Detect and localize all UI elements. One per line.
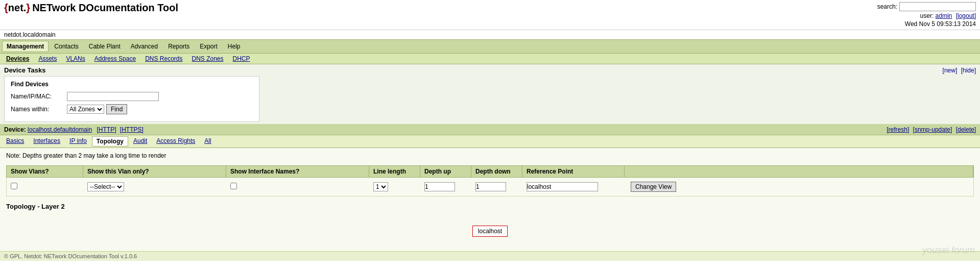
change-view-button[interactable]: Change View	[631, 182, 676, 192]
topology-diagram: localhost	[6, 215, 974, 247]
name-ip-mac-row: Name/IP/MAC:	[11, 92, 253, 101]
device-tab-access-rights[interactable]: Access Rights	[152, 136, 199, 146]
logo-area: {net.} NETwork DOcumentation Tool	[4, 2, 178, 14]
search-input[interactable]	[899, 2, 976, 11]
sub-nav-bar: DevicesAssetsVLANsAddress SpaceDNS Recor…	[0, 54, 980, 64]
col-header-depth-up: Depth up	[420, 166, 471, 177]
show-iface-checkbox[interactable]	[230, 183, 237, 189]
user-area: search: user: admin [logout] Wed Nov 5 0…	[877, 2, 976, 28]
nav-item-contacts[interactable]: Contacts	[50, 41, 83, 52]
topo-controls-header: Show Vlans? Show this Vlan only? Show In…	[6, 165, 974, 178]
sub-nav-item-assets[interactable]: Assets	[34, 54, 61, 63]
logo-bracket-left: {	[4, 2, 8, 13]
name-ip-mac-label: Name/IP/MAC:	[11, 93, 67, 100]
user-name-link[interactable]: admin	[936, 12, 952, 19]
show-vlan-only-select[interactable]: --Select--	[87, 182, 124, 191]
depth-down-cell	[471, 180, 522, 193]
header: {net.} NETwork DOcumentation Tool search…	[0, 0, 980, 30]
device-info: Device: localhost.defaultdomain [HTTP] […	[4, 126, 144, 133]
device-name-link[interactable]: localhost.defaultdomain	[28, 126, 92, 133]
search-row: search:	[877, 2, 976, 11]
app-title: NETwork DOcumentation Tool	[32, 2, 178, 14]
device-tabs: BasicsInterfacesIP infoTopologyAuditAcce…	[0, 135, 980, 148]
col-header-depth-down: Depth down	[471, 166, 522, 177]
nav-item-cable-plant[interactable]: Cable Plant	[84, 41, 125, 52]
note-text: Note: Depths greater than 2 may take a l…	[6, 152, 974, 159]
logout-link[interactable]: [logout]	[956, 12, 976, 19]
col-header-show-vlan-only: Show this Vlan only?	[83, 166, 226, 177]
logo: {net.}	[4, 2, 30, 14]
device-tasks-title: Device Tasks	[4, 66, 45, 74]
topology-node-localhost[interactable]: localhost	[472, 226, 508, 237]
nav-item-advanced[interactable]: Advanced	[126, 41, 162, 52]
line-length-select[interactable]: 1 2 3 4 5	[373, 182, 388, 191]
logo-bracket-right: }	[26, 2, 30, 13]
refresh-link[interactable]: [refresh]	[887, 126, 909, 133]
http-link[interactable]: [HTTP]	[97, 126, 116, 133]
snmp-update-link[interactable]: [snmp-update]	[913, 126, 952, 133]
footer-text: © GPL. Netdot: NETwork DOcumentation Too…	[4, 253, 137, 259]
depth-up-input[interactable]	[424, 182, 455, 191]
https-link[interactable]: [HTTPS]	[120, 126, 144, 133]
device-tab-interfaces[interactable]: Interfaces	[29, 136, 64, 146]
names-within-select[interactable]: All Zones Zone 1 Zone 2	[67, 105, 104, 114]
topology-layer: Topology - Layer 2 localhost	[6, 203, 974, 247]
depth-up-cell	[420, 180, 471, 193]
device-tab-basics[interactable]: Basics	[2, 136, 28, 146]
col-header-line-length: Line length	[369, 166, 420, 177]
nav-item-export[interactable]: Export	[195, 41, 222, 52]
device-actions: [refresh] [snmp-update] [delete]	[885, 126, 976, 133]
watermark: yousei.forum	[922, 245, 975, 256]
col-header-action	[625, 166, 973, 177]
topo-controls-row: --Select-- 1 2 3 4 5 Change View	[6, 178, 974, 196]
ref-point-input[interactable]	[527, 182, 598, 191]
device-tasks-section: Device Tasks [new] [hide] Find Devices N…	[0, 64, 980, 125]
sub-nav-item-address-space[interactable]: Address Space	[90, 54, 140, 63]
delete-link[interactable]: [delete]	[956, 126, 976, 133]
col-header-show-vlans: Show Vlans?	[7, 166, 83, 177]
nav-bar: ManagementContactsCable PlantAdvancedRep…	[0, 39, 980, 54]
new-link[interactable]: [new]	[943, 67, 958, 74]
show-iface-cell	[226, 181, 369, 193]
change-view-cell: Change View	[625, 180, 973, 194]
show-vlans-cell	[7, 181, 83, 193]
nav-item-reports[interactable]: Reports	[163, 41, 194, 52]
topology-content: Note: Depths greater than 2 may take a l…	[0, 148, 980, 251]
show-vlan-only-cell: --Select--	[83, 180, 226, 193]
find-button[interactable]: Find	[106, 104, 127, 114]
line-length-cell: 1 2 3 4 5	[369, 180, 420, 193]
user-label: user:	[920, 12, 934, 19]
device-tab-topology[interactable]: Topology	[92, 136, 128, 146]
footer: © GPL. Netdot: NETwork DOcumentation Too…	[0, 251, 980, 261]
device-tab-ip-info[interactable]: IP info	[65, 136, 91, 146]
col-header-show-iface: Show Interface Names?	[226, 166, 369, 177]
names-within-row: Names within: All Zones Zone 1 Zone 2 Fi…	[11, 104, 253, 114]
device-section-header: Device: localhost.defaultdomain [HTTP] […	[0, 125, 980, 135]
ref-point-cell	[522, 180, 625, 193]
sub-nav-item-dns-records[interactable]: DNS Records	[141, 54, 186, 63]
subdomain: netdot.localdomain	[0, 30, 980, 39]
device-tasks-header: Device Tasks [new] [hide]	[4, 66, 976, 74]
nav-item-help[interactable]: Help	[223, 41, 245, 52]
name-ip-mac-input[interactable]	[67, 92, 159, 101]
find-devices-box: Find Devices Name/IP/MAC: Names within: …	[4, 76, 259, 122]
user-row: user: admin [logout]	[877, 12, 976, 19]
find-devices-title: Find Devices	[11, 81, 253, 88]
names-within-label: Names within:	[11, 106, 67, 113]
sub-nav-item-dns-zones[interactable]: DNS Zones	[188, 54, 228, 63]
sub-nav-item-devices[interactable]: Devices	[2, 54, 33, 63]
search-label: search:	[877, 3, 897, 10]
sub-nav-item-vlans[interactable]: VLANs	[62, 54, 89, 63]
hide-link[interactable]: [hide]	[961, 67, 976, 74]
sub-nav-item-dhcp[interactable]: DHCP	[229, 54, 254, 63]
col-header-ref-point: Reference Point	[522, 166, 625, 177]
datetime: Wed Nov 5 09:53:13 2014	[877, 20, 976, 28]
logo-net: net.	[8, 2, 27, 13]
show-vlans-checkbox[interactable]	[11, 183, 17, 189]
device-tab-audit[interactable]: Audit	[129, 136, 151, 146]
depth-down-input[interactable]	[475, 182, 506, 191]
device-tasks-links: [new] [hide]	[941, 67, 976, 74]
topology-layer-title: Topology - Layer 2	[6, 203, 974, 210]
nav-item-management[interactable]: Management	[2, 41, 49, 52]
device-tab-all[interactable]: All	[200, 136, 215, 146]
